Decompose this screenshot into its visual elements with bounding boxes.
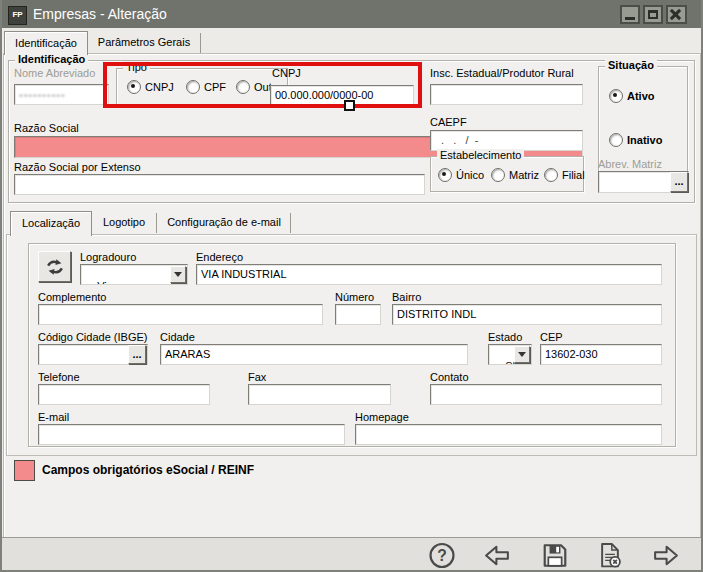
radio-icon xyxy=(544,168,558,182)
insc-estadual-field[interactable] xyxy=(430,84,583,105)
tab-logotipo[interactable]: Logotipo xyxy=(92,213,157,233)
estado-label: Estado xyxy=(488,331,522,343)
endereco-label: Endereço xyxy=(196,251,243,263)
logradouro-dropdown-button[interactable] xyxy=(170,266,186,283)
window-empresas-alteracao: FP Empresas - Alteração Identificação Pa… xyxy=(0,0,703,572)
group-estabelecimento: Estabelecimento Único Matriz Filial xyxy=(430,156,584,192)
close-button[interactable] xyxy=(666,5,687,24)
radio-icon xyxy=(609,133,623,147)
caepf-label: CAEPF xyxy=(430,116,467,128)
radio-selected-icon xyxy=(127,80,141,94)
app-icon: FP xyxy=(8,6,27,25)
contato-field[interactable] xyxy=(430,384,662,405)
save-button[interactable] xyxy=(540,541,570,570)
logradouro-label: Logradouro xyxy=(80,251,136,263)
logradouro-combo[interactable]: Via xyxy=(80,264,188,285)
cidade-field[interactable]: ARARAS xyxy=(160,344,468,365)
fax-field[interactable] xyxy=(248,384,391,405)
annotation-resize-handle[interactable] xyxy=(344,100,355,111)
next-button[interactable] xyxy=(651,541,681,570)
swap-arrows-icon xyxy=(44,256,66,278)
razao-social-extenso-field[interactable] xyxy=(14,174,425,195)
minimize-icon xyxy=(625,17,635,20)
arrow-left-icon xyxy=(482,541,512,570)
radio-situacao-ativo[interactable]: Ativo xyxy=(609,89,655,103)
document-cancel-icon xyxy=(595,541,625,570)
title-bar: FP Empresas - Alteração xyxy=(0,0,703,28)
group-estabelecimento-caption: Estabelecimento xyxy=(437,149,524,161)
razao-social-label: Razão Social xyxy=(14,122,79,134)
minimize-button[interactable] xyxy=(620,5,640,24)
endereco-field[interactable]: VIA INDUSTRIAL xyxy=(196,264,662,285)
cidade-label: Cidade xyxy=(160,331,195,343)
previous-button[interactable] xyxy=(482,541,512,570)
abrev-matriz-browse-button[interactable]: ... xyxy=(670,172,688,192)
email-field[interactable] xyxy=(38,424,345,445)
discard-document-button[interactable] xyxy=(595,541,625,570)
complemento-label: Complemento xyxy=(38,291,106,303)
group-tipo: Tipo CNPJ CPF Outro xyxy=(116,68,288,105)
estado-combo[interactable]: SP xyxy=(488,344,532,365)
nome-abreviado-label: Nome Abreviado xyxy=(14,67,95,79)
chevron-down-icon xyxy=(518,352,526,361)
swap-address-button[interactable] xyxy=(38,251,71,282)
fax-label: Fax xyxy=(248,371,266,383)
radio-tipo-cnpj[interactable]: CNPJ xyxy=(127,80,174,94)
maximize-button[interactable] xyxy=(643,5,663,24)
maximize-icon xyxy=(648,10,658,19)
razao-social-extenso-label: Razão Social por Extenso xyxy=(14,161,141,173)
complemento-field[interactable] xyxy=(38,304,323,325)
save-icon xyxy=(540,541,570,570)
cnpj-field[interactable]: 00.000.000/0000-00 xyxy=(270,85,414,107)
email-label: E-mail xyxy=(38,411,69,423)
codigo-cidade-browse-button[interactable]: ... xyxy=(128,345,146,364)
tab-parametros-gerais[interactable]: Parâmetros Gerais xyxy=(88,33,201,53)
radio-selected-icon xyxy=(609,89,623,103)
radio-estab-matriz[interactable]: Matriz xyxy=(491,168,539,182)
radio-icon xyxy=(491,168,505,182)
nome-abreviado-field[interactable]: ---------- xyxy=(14,84,109,105)
group-tipo-caption: Tipo xyxy=(123,61,150,73)
telefone-field[interactable] xyxy=(38,384,210,405)
caepf-field[interactable]: . . / - xyxy=(430,130,583,151)
redacted-value: ---------- xyxy=(19,88,66,100)
radio-tipo-cpf[interactable]: CPF xyxy=(186,80,226,94)
arrow-right-icon xyxy=(651,541,681,570)
bairro-field[interactable]: DISTRITO INDL xyxy=(392,304,662,325)
radio-selected-icon xyxy=(438,168,452,182)
cnpj-label: CNPJ xyxy=(272,67,301,79)
help-icon: ? xyxy=(427,541,457,570)
window-title: Empresas - Alteração xyxy=(33,6,167,22)
homepage-field[interactable] xyxy=(355,424,662,445)
abrev-matriz-label: Abrev. Matriz xyxy=(598,158,662,170)
group-situacao-caption: Situação xyxy=(605,59,657,71)
telefone-label: Telefone xyxy=(38,371,80,383)
svg-text:?: ? xyxy=(437,547,447,564)
radio-situacao-inativo[interactable]: Inativo xyxy=(609,133,662,147)
insc-estadual-label: Insc. Estadual/Produtor Rural xyxy=(430,67,574,79)
contato-label: Contato xyxy=(430,371,469,383)
required-field-swatch xyxy=(14,460,35,481)
tab-identificacao[interactable]: Identificação xyxy=(4,31,88,55)
legend-text: Campos obrigatórios eSocial / REINF xyxy=(42,463,254,477)
chevron-down-icon xyxy=(174,272,182,281)
radio-icon xyxy=(236,80,250,94)
radio-estab-unico[interactable]: Único xyxy=(438,168,484,182)
help-button[interactable]: ? xyxy=(427,541,457,570)
cep-label: CEP xyxy=(540,331,563,343)
codigo-cidade-label: Código Cidade (IBGE) xyxy=(38,331,147,343)
tab-localizacao[interactable]: Localização xyxy=(10,211,92,236)
cep-field[interactable]: 13602-030 xyxy=(540,344,662,365)
radio-estab-filial[interactable]: Filial xyxy=(544,168,585,182)
numero-field[interactable] xyxy=(335,304,381,325)
estado-dropdown-button[interactable] xyxy=(514,346,530,363)
tab-configuracao-email[interactable]: Configuração de e-mail xyxy=(158,213,291,233)
bottom-toolbar: ? xyxy=(0,537,703,572)
numero-label: Número xyxy=(335,291,374,303)
homepage-label: Homepage xyxy=(355,411,409,423)
radio-icon xyxy=(186,80,200,94)
bairro-label: Bairro xyxy=(392,291,421,303)
